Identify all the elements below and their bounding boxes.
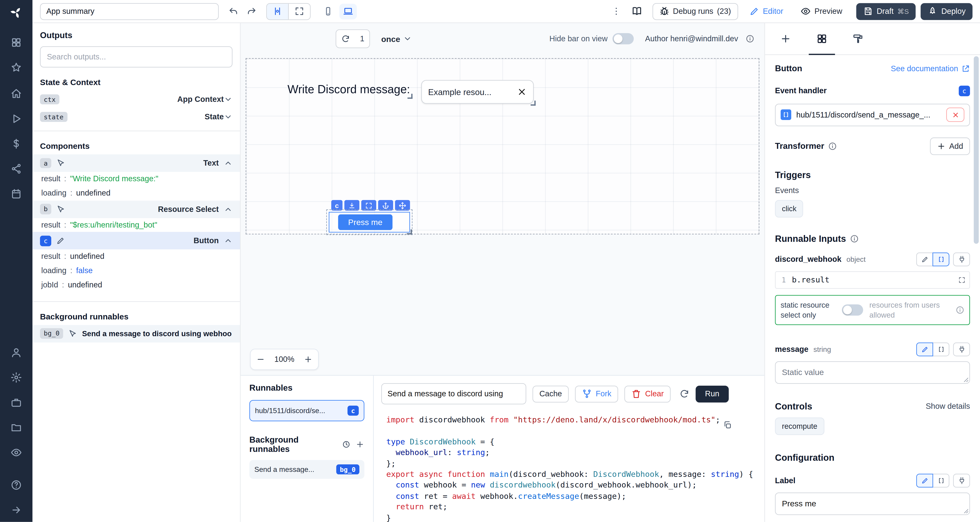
expand-icon[interactable] bbox=[361, 200, 376, 211]
hand-pointer-icon[interactable] bbox=[56, 205, 65, 213]
center-canvas-button[interactable] bbox=[267, 3, 288, 19]
collapse-icon[interactable] bbox=[11, 504, 22, 516]
dock-icon[interactable] bbox=[344, 200, 360, 211]
add-transformer-button[interactable]: Add bbox=[930, 137, 970, 155]
info-icon[interactable] bbox=[956, 306, 964, 314]
see-documentation-link[interactable]: See documentation bbox=[891, 64, 970, 73]
favorites-icon[interactable] bbox=[11, 62, 22, 73]
apps-icon[interactable] bbox=[11, 37, 22, 48]
zoom-out-button[interactable] bbox=[251, 349, 270, 369]
remove-runnable-button[interactable] bbox=[946, 108, 964, 122]
hide-bar-toggle[interactable] bbox=[612, 33, 634, 45]
label-value-input[interactable] bbox=[775, 492, 970, 515]
expr-mode-button[interactable] bbox=[932, 252, 950, 266]
pencil-icon[interactable] bbox=[56, 236, 65, 245]
workers-icon[interactable] bbox=[11, 397, 22, 408]
component-badge: a bbox=[40, 158, 51, 168]
button-component-selection[interactable]: Press me bbox=[329, 212, 410, 232]
styling-tab[interactable] bbox=[853, 23, 864, 54]
editor-tab-button[interactable]: Editor bbox=[743, 3, 789, 19]
move-icon[interactable] bbox=[395, 200, 410, 211]
preview-tab-button[interactable]: Preview bbox=[794, 3, 848, 19]
folders-icon[interactable] bbox=[11, 422, 22, 433]
copy-code-icon[interactable] bbox=[723, 420, 732, 432]
button-component[interactable]: Press me bbox=[338, 214, 393, 230]
background-runnable-item[interactable]: Send a message...bg_0 bbox=[249, 460, 364, 479]
connect-input-button[interactable] bbox=[953, 252, 970, 266]
desktop-view-button[interactable] bbox=[339, 3, 357, 19]
run-button[interactable]: Run bbox=[695, 385, 729, 402]
context-row[interactable]: ctxApp Context bbox=[32, 91, 240, 108]
more-menu-button[interactable] bbox=[611, 6, 621, 16]
component-row-a[interactable]: aText bbox=[32, 154, 240, 172]
expand-editor-icon[interactable] bbox=[958, 276, 966, 283]
static-mode-button[interactable] bbox=[916, 252, 933, 266]
connect-input-button[interactable] bbox=[953, 474, 970, 487]
deploy-button[interactable]: Deploy bbox=[921, 3, 972, 19]
add-background-runnable-icon[interactable] bbox=[356, 440, 364, 449]
connect-input-button[interactable] bbox=[953, 342, 970, 356]
context-row[interactable]: stateState bbox=[32, 108, 240, 126]
home-icon[interactable] bbox=[11, 88, 22, 99]
hand-pointer-icon[interactable] bbox=[68, 329, 77, 338]
hand-pointer-icon[interactable] bbox=[56, 159, 65, 168]
event-chip[interactable]: click bbox=[775, 200, 803, 217]
show-details-link[interactable]: Show details bbox=[926, 402, 970, 411]
refresh-mode-dropdown[interactable]: once bbox=[381, 34, 412, 43]
fullscreen-canvas-button[interactable] bbox=[288, 3, 310, 19]
resources-icon[interactable] bbox=[11, 163, 22, 175]
schedules-icon[interactable] bbox=[11, 188, 22, 199]
info-icon[interactable] bbox=[850, 234, 859, 243]
audit-logs-icon[interactable] bbox=[11, 447, 22, 458]
expr-mode-button[interactable] bbox=[932, 342, 950, 356]
code-editor[interactable]: import discordwebhook from "https://deno… bbox=[374, 409, 765, 522]
component-type-label: Text bbox=[203, 159, 219, 168]
control-chip[interactable]: recompute bbox=[775, 417, 824, 435]
documentation-book-button[interactable] bbox=[631, 6, 643, 17]
message-value-input[interactable] bbox=[775, 361, 970, 384]
variables-icon[interactable] bbox=[11, 138, 22, 150]
info-icon[interactable] bbox=[828, 142, 837, 150]
help-icon[interactable] bbox=[11, 479, 22, 491]
draft-button[interactable]: Draft ⌘S bbox=[856, 3, 916, 19]
resize-handle[interactable] bbox=[531, 101, 536, 106]
insert-component-tab[interactable] bbox=[780, 23, 791, 54]
component-row-c[interactable]: cButton bbox=[32, 232, 240, 250]
component-row-b[interactable]: bResource Select bbox=[32, 200, 240, 218]
static-mode-button[interactable] bbox=[916, 342, 933, 356]
account-icon[interactable] bbox=[11, 347, 22, 358]
resize-handle[interactable] bbox=[407, 94, 412, 99]
runnable-item[interactable]: hub/1511/discord/se...c bbox=[249, 400, 364, 421]
zoom-in-button[interactable] bbox=[298, 349, 318, 369]
text-component[interactable]: Write Discord message: bbox=[288, 83, 410, 96]
outputs-search-input[interactable] bbox=[40, 46, 232, 68]
clear-button[interactable]: Clear bbox=[625, 385, 671, 402]
refresh-app-button[interactable] bbox=[336, 35, 355, 43]
redo-button[interactable] bbox=[247, 6, 256, 16]
clear-select-icon[interactable] bbox=[517, 87, 527, 97]
info-icon[interactable] bbox=[746, 35, 754, 43]
refresh-code-button[interactable] bbox=[679, 389, 689, 399]
runnable-picker[interactable]: hub/1511/discord/send_a_message_... bbox=[775, 103, 970, 126]
anchor-icon[interactable] bbox=[378, 200, 393, 211]
app-summary-input[interactable] bbox=[40, 3, 219, 19]
windmill-logo-icon[interactable] bbox=[10, 6, 22, 21]
runs-icon[interactable] bbox=[11, 113, 22, 124]
resize-handle[interactable] bbox=[407, 229, 412, 234]
expr-mode-button[interactable] bbox=[932, 474, 950, 487]
cache-button[interactable]: Cache bbox=[533, 385, 569, 402]
expression-editor[interactable]: 1 b.result bbox=[775, 271, 970, 288]
runnable-title-input[interactable] bbox=[381, 383, 526, 404]
undo-button[interactable] bbox=[229, 6, 239, 16]
debug-runs-button[interactable]: Debug runs (23) bbox=[652, 3, 738, 19]
scrollbar[interactable] bbox=[974, 56, 978, 244]
resource-select-component[interactable]: Example resou... bbox=[421, 80, 534, 104]
fork-button[interactable]: Fork bbox=[575, 385, 618, 402]
settings-icon[interactable] bbox=[11, 372, 22, 383]
resource-mode-toggle[interactable] bbox=[842, 304, 863, 315]
static-mode-button[interactable] bbox=[916, 474, 933, 487]
background-runnable-row[interactable]: bg_0Send a message to discord using webh… bbox=[32, 325, 240, 342]
component-settings-tab[interactable] bbox=[816, 23, 827, 54]
mobile-view-button[interactable] bbox=[320, 3, 337, 19]
app-canvas[interactable]: Write Discord message: Example resou... … bbox=[246, 58, 759, 234]
